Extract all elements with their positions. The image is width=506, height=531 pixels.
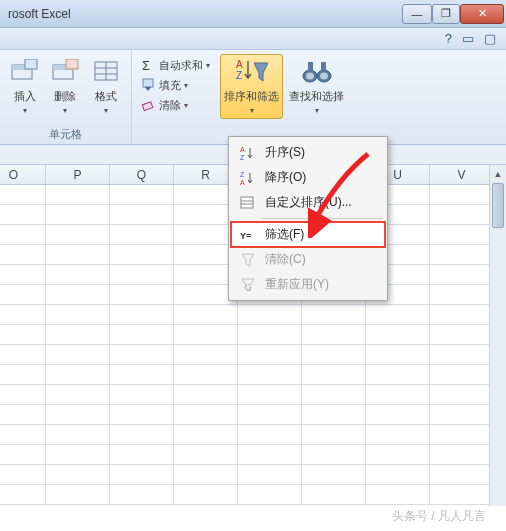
cell[interactable] — [174, 485, 238, 504]
cell[interactable] — [366, 465, 430, 484]
cell[interactable] — [238, 485, 302, 504]
fill-button[interactable]: 填充▾ — [138, 76, 212, 94]
cell[interactable] — [238, 425, 302, 444]
cell[interactable] — [46, 185, 110, 204]
cell[interactable] — [0, 485, 46, 504]
cell[interactable] — [0, 305, 46, 324]
cell[interactable] — [302, 385, 366, 404]
cell[interactable] — [0, 385, 46, 404]
scroll-up-arrow[interactable]: ▲ — [490, 165, 506, 182]
cell[interactable] — [46, 465, 110, 484]
maximize-button[interactable]: ❐ — [432, 4, 460, 24]
cell[interactable] — [46, 365, 110, 384]
col-header[interactable]: Q — [110, 165, 174, 184]
cell[interactable] — [302, 325, 366, 344]
cell[interactable] — [46, 345, 110, 364]
cell[interactable] — [174, 345, 238, 364]
cell[interactable] — [430, 385, 494, 404]
cell[interactable] — [110, 345, 174, 364]
cell[interactable] — [302, 365, 366, 384]
cell[interactable] — [174, 405, 238, 424]
menu-sort-asc[interactable]: AZ 升序(S) — [231, 140, 385, 165]
menu-sort-desc[interactable]: ZA 降序(O) — [231, 165, 385, 190]
cell[interactable] — [0, 185, 46, 204]
cell[interactable] — [302, 425, 366, 444]
format-button[interactable]: 格式▾ — [87, 54, 125, 119]
minimize-button[interactable]: — — [402, 4, 432, 24]
cell[interactable] — [302, 405, 366, 424]
cell[interactable] — [430, 485, 494, 504]
cell[interactable] — [0, 445, 46, 464]
menu-filter[interactable]: Y= 筛选(F) — [231, 222, 385, 247]
cell[interactable] — [0, 245, 46, 264]
cell[interactable] — [302, 345, 366, 364]
cell[interactable] — [0, 325, 46, 344]
cell[interactable] — [0, 425, 46, 444]
cell[interactable] — [430, 305, 494, 324]
cell[interactable] — [238, 365, 302, 384]
cell[interactable] — [46, 325, 110, 344]
ribbon-expand-icon[interactable]: ▢ — [484, 31, 496, 46]
cell[interactable] — [302, 485, 366, 504]
cell[interactable] — [174, 325, 238, 344]
close-button[interactable]: ✕ — [460, 4, 504, 24]
cell[interactable] — [430, 405, 494, 424]
cell[interactable] — [110, 445, 174, 464]
cell[interactable] — [430, 425, 494, 444]
cell[interactable] — [430, 285, 494, 304]
cell[interactable] — [430, 245, 494, 264]
cell[interactable] — [46, 245, 110, 264]
table-row[interactable] — [0, 485, 506, 505]
cell[interactable] — [366, 425, 430, 444]
help-icon[interactable]: ? — [445, 31, 452, 46]
cell[interactable] — [366, 405, 430, 424]
cell[interactable] — [110, 265, 174, 284]
autosum-button[interactable]: Σ 自动求和▾ — [138, 56, 212, 74]
cell[interactable] — [110, 285, 174, 304]
cell[interactable] — [46, 285, 110, 304]
cell[interactable] — [110, 305, 174, 324]
table-row[interactable] — [0, 465, 506, 485]
vertical-scrollbar[interactable]: ▲ — [489, 165, 506, 506]
cell[interactable] — [46, 205, 110, 224]
cell[interactable] — [238, 405, 302, 424]
cell[interactable] — [110, 325, 174, 344]
cell[interactable] — [0, 405, 46, 424]
cell[interactable] — [110, 245, 174, 264]
cell[interactable] — [110, 365, 174, 384]
insert-button[interactable]: 插入▾ — [6, 54, 44, 119]
table-row[interactable] — [0, 405, 506, 425]
cell[interactable] — [366, 305, 430, 324]
cell[interactable] — [302, 465, 366, 484]
cell[interactable] — [366, 445, 430, 464]
cell[interactable] — [46, 385, 110, 404]
cell[interactable] — [430, 365, 494, 384]
cell[interactable] — [110, 465, 174, 484]
cell[interactable] — [110, 385, 174, 404]
cell[interactable] — [0, 285, 46, 304]
table-row[interactable] — [0, 345, 506, 365]
cell[interactable] — [0, 225, 46, 244]
cell[interactable] — [430, 445, 494, 464]
table-row[interactable] — [0, 445, 506, 465]
cell[interactable] — [302, 305, 366, 324]
cell[interactable] — [238, 385, 302, 404]
cell[interactable] — [174, 365, 238, 384]
cell[interactable] — [46, 425, 110, 444]
col-header[interactable]: P — [46, 165, 110, 184]
cell[interactable] — [110, 185, 174, 204]
cell[interactable] — [430, 345, 494, 364]
cell[interactable] — [46, 405, 110, 424]
sort-filter-button[interactable]: AZ 排序和筛选▾ — [220, 54, 283, 119]
table-row[interactable] — [0, 305, 506, 325]
table-row[interactable] — [0, 365, 506, 385]
cell[interactable] — [0, 265, 46, 284]
table-row[interactable] — [0, 425, 506, 445]
cell[interactable] — [430, 465, 494, 484]
cell[interactable] — [302, 445, 366, 464]
cell[interactable] — [430, 225, 494, 244]
cell[interactable] — [0, 465, 46, 484]
cell[interactable] — [366, 485, 430, 504]
cell[interactable] — [430, 205, 494, 224]
cell[interactable] — [110, 425, 174, 444]
